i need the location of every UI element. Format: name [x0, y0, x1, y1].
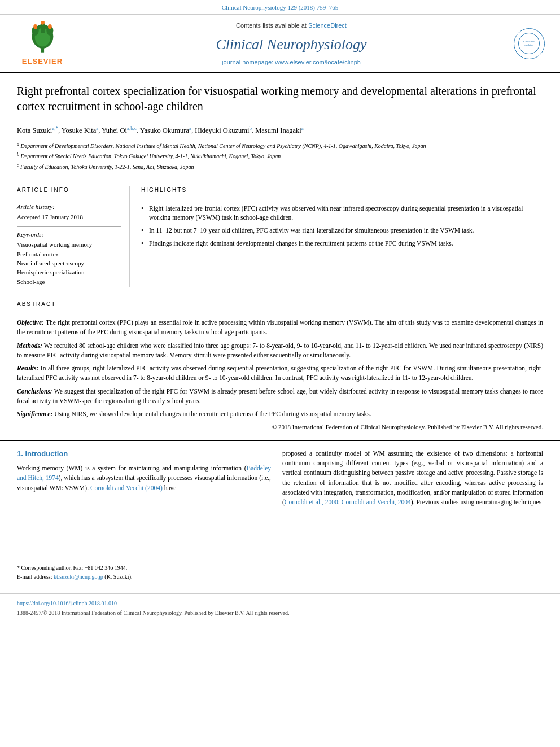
keyword-2: Prefrontal cortex — [17, 250, 121, 259]
article-title: Right prefrontal cortex specialization f… — [17, 84, 543, 114]
journal-header: ELSEVIER Contents lists available at Sci… — [0, 15, 560, 73]
doi-anchor[interactable]: https://doi.org/10.1016/j.clinph.2018.01… — [17, 600, 117, 606]
svg-point-6 — [33, 24, 37, 29]
keyword-1: Visuospatial working memory — [17, 241, 121, 249]
abstract-text: Objective: The right prefrontal cortex (… — [17, 318, 543, 432]
journal-title: Clinical Neurophysiology — [216, 34, 367, 55]
elsevier-logo: ELSEVIER — [21, 21, 64, 67]
contents-available-text: Contents lists available at — [236, 22, 307, 29]
keyword-3: Near infrared spectroscopy — [17, 259, 121, 268]
intro-text-left: Working memory (WM) is a system for main… — [17, 464, 271, 493]
email-attribution: (K. Suzuki). — [104, 574, 132, 580]
author-3: Yuhei Oia,b,c — [102, 126, 137, 134]
significance-label: Significance: — [17, 410, 53, 417]
highlight-1: Right-lateralized pre-frontal cortex (PF… — [141, 204, 543, 222]
page-wrapper: Clinical Neurophysiology 129 (2018) 759–… — [0, 0, 560, 747]
abstract-heading: ABSTRACT — [17, 300, 543, 308]
journal-reference-bar: Clinical Neurophysiology 129 (2018) 759–… — [0, 0, 560, 15]
cornoldi-2000-link[interactable]: Cornoldi et al., 2000; Cornoldi and Vecc… — [285, 499, 411, 505]
authors-section: Kota Suzukia,*, Yosuke Kitaa, Yuhei Oia,… — [0, 120, 560, 139]
page-footer: https://doi.org/10.1016/j.clinph.2018.01… — [0, 593, 560, 622]
author-5: Hideyuki Okuzumib — [195, 126, 252, 134]
svg-point-7 — [47, 24, 51, 29]
article-info-heading: ARTICLE INFO — [17, 186, 121, 194]
check-updates-badge: Check forupdates — [514, 28, 545, 59]
divider-abstract — [17, 313, 543, 313]
journal-reference-text: Clinical Neurophysiology 129 (2018) 759–… — [222, 4, 339, 11]
abstract-conclusions: Conclusions: We suggest that specializat… — [17, 387, 543, 407]
objective-text: The right prefrontal cortex (PFC) plays … — [17, 319, 543, 335]
highlight-3: Findings indicate right-dominant develop… — [141, 239, 543, 248]
intro-heading: 1. Introduction — [17, 449, 271, 459]
history-label: Article history: — [17, 203, 121, 211]
check-updates-inner: Check forupdates — [518, 33, 540, 54]
journal-homepage: journal homepage: www.elsevier.com/locat… — [222, 58, 361, 67]
significance-text: Using NIRS, we showed developmental chan… — [54, 410, 371, 417]
abstract-significance: Significance: Using NIRS, we showed deve… — [17, 409, 543, 419]
highlights-list: Right-lateralized pre-frontal cortex (PF… — [141, 204, 543, 248]
highlights-column: HIGHLIGHTS Right-lateralized pre-frontal… — [141, 186, 543, 287]
author-2: Yosuke Kitaa — [62, 126, 99, 134]
methods-text: We recruited 80 school-age children who … — [17, 342, 543, 359]
results-text: In all three groups, right-lateralized P… — [17, 365, 543, 381]
divider-info — [17, 199, 121, 199]
affiliations-section: a Department of Developmental Disorders,… — [0, 139, 560, 178]
article-info-highlights-section: ARTICLE INFO Article history: Accepted 1… — [0, 178, 560, 295]
check-updates-section: Check forupdates — [509, 28, 549, 59]
abstract-section: ABSTRACT Objective: The right prefrontal… — [0, 295, 560, 440]
keywords-label: Keywords: — [17, 230, 121, 239]
journal-header-center: Contents lists available at ScienceDirec… — [79, 20, 504, 67]
sciencedirect-link[interactable]: ScienceDirect — [308, 22, 347, 29]
affiliation-b: b Department of Special Needs Education,… — [17, 151, 543, 160]
conclusions-text: We suggest that specialization of the ri… — [17, 388, 543, 404]
sciencedirect-notice: Contents lists available at ScienceDirec… — [236, 20, 347, 30]
abstract-methods: Methods: We recruited 80 school-age chil… — [17, 341, 543, 361]
svg-rect-5 — [41, 23, 45, 33]
intro-paragraph-1: Working memory (WM) is a system for main… — [17, 464, 271, 493]
divider-highlights — [141, 199, 543, 199]
intro-text-right: proposed a continuity model of WM assumi… — [282, 449, 543, 508]
elsevier-logo-section: ELSEVIER — [11, 21, 73, 67]
keyword-5: School-age — [17, 278, 121, 286]
doi-link[interactable]: https://doi.org/10.1016/j.clinph.2018.01… — [17, 600, 543, 608]
highlight-2: In 11–12 but not 7–10-year-old children,… — [141, 226, 543, 235]
baddeley-hitch-link[interactable]: Baddeley and Hitch, 1974 — [17, 465, 271, 481]
article-title-section: Right prefrontal cortex specialization f… — [0, 73, 560, 120]
author-6: Masumi Inagakia — [255, 126, 304, 134]
objective-label: Objective: — [17, 319, 44, 326]
abstract-results: Results: In all three groups, right-late… — [17, 364, 543, 383]
results-label: Results: — [17, 365, 38, 372]
intro-left-column: 1. Introduction Working memory (WM) is a… — [17, 449, 271, 582]
author-4: Yasuko Okumuraa — [140, 126, 191, 134]
corresponding-author-note: * Corresponding author. Fax: +81 042 346… — [17, 564, 271, 572]
highlights-heading: HIGHLIGHTS — [141, 186, 543, 194]
elsevier-brand-text: ELSEVIER — [22, 56, 63, 67]
divider-keywords — [17, 226, 121, 227]
keyword-4: Hemispheric specialization — [17, 268, 121, 277]
intro-right-column: proposed a continuity model of WM assumi… — [282, 449, 543, 582]
cornoldi-vecchi-link[interactable]: Cornoldi and Vecchi (2004) — [90, 484, 163, 491]
introduction-section: 1. Introduction Working memory (WM) is a… — [0, 441, 560, 588]
accepted-date: Accepted 17 January 2018 — [17, 213, 121, 221]
article-info-column: ARTICLE INFO Article history: Accepted 1… — [17, 186, 130, 287]
email-note: E-mail address: kt.suzuki@ncnp.go.jp (K.… — [17, 573, 271, 581]
affiliation-c: c Faculty of Education, Tohoku Universit… — [17, 162, 543, 171]
abstract-copyright: © 2018 International Federation of Clini… — [17, 422, 543, 432]
footer-copyright: 1388-2457/© 2018 International Federatio… — [17, 609, 543, 617]
intro-paragraph-right: proposed a continuity model of WM assumi… — [282, 449, 543, 508]
conclusions-label: Conclusions: — [17, 388, 53, 395]
footnote-area: * Corresponding author. Fax: +81 042 346… — [17, 561, 271, 581]
check-updates-text: Check forupdates — [523, 40, 535, 47]
affiliation-a: a Department of Developmental Disorders,… — [17, 141, 543, 150]
abstract-objective: Objective: The right prefrontal cortex (… — [17, 318, 543, 338]
elsevier-tree-icon — [21, 21, 64, 55]
author-1: Kota Suzukia,* — [17, 126, 58, 134]
email-link[interactable]: kt.suzuki@ncnp.go.jp — [54, 574, 103, 580]
methods-label: Methods: — [17, 342, 42, 349]
